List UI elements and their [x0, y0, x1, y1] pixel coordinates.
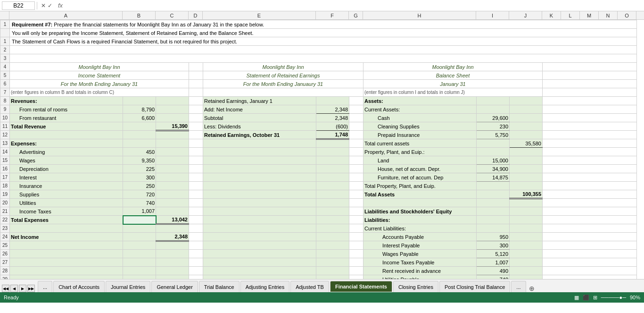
tab-nav-first[interactable]: ◀◀: [2, 285, 9, 292]
tab-ellipsis-left[interactable]: ...: [38, 281, 52, 292]
confirm-icon[interactable]: ✓: [48, 2, 52, 9]
advertising-label: Advertising: [10, 148, 123, 156]
col-header-n[interactable]: N: [599, 11, 618, 19]
total-assets-label: Total Assets: [363, 190, 477, 199]
utpay-amount: 740: [477, 275, 510, 279]
empty-14j: [510, 148, 543, 156]
empty-11k: [543, 122, 637, 131]
col-header-f[interactable]: F: [316, 11, 349, 19]
tab-closing-entries[interactable]: Closing Entries: [393, 281, 438, 292]
col-header-e[interactable]: E: [203, 11, 316, 19]
empty-13g: [349, 139, 363, 148]
total-expenses-val: 13,042: [156, 216, 189, 224]
house-label: House, net of accum. Depr.: [363, 165, 477, 173]
income-taxes-label: Income Taxes: [10, 207, 123, 216]
col-header-i[interactable]: I: [476, 11, 509, 19]
table-row: 7 (enter figures in column B and totals …: [0, 88, 637, 97]
empty-27j: [510, 258, 543, 267]
empty-28k: [543, 267, 637, 275]
cell-reference[interactable]: B22: [2, 1, 35, 10]
row-num-22: 22: [0, 216, 10, 224]
tab-ellipsis-right[interactable]: ...: [511, 281, 526, 292]
empty-25f: [316, 241, 349, 250]
tab-financial-statements[interactable]: Financial Statements: [330, 281, 392, 292]
col-header-k[interactable]: K: [542, 11, 561, 19]
status-bar: Ready ▦ ⬛ ⊞ ─────●─ 90%: [0, 292, 644, 303]
table-row: 15 Wages 9,350 Land 15,000: [0, 156, 637, 165]
revenues-label: Revenues:: [10, 97, 123, 105]
col-header-c[interactable]: C: [156, 11, 189, 19]
tab-adjusted-tb[interactable]: Adjusted TB: [290, 281, 329, 292]
total-expenses-b-selected[interactable]: [123, 216, 156, 224]
view-page-icon[interactable]: ⊞: [593, 295, 597, 301]
empty-27f: [316, 258, 349, 267]
wp-label: Wages Payable: [363, 250, 477, 258]
col-header-o[interactable]: O: [618, 11, 636, 19]
empty-9k: [543, 105, 637, 114]
empty-row2: [10, 46, 637, 54]
tab-general-ledger[interactable]: General Ledger: [151, 281, 198, 292]
fx-label: fx: [56, 2, 65, 9]
col-header-j[interactable]: J: [509, 11, 542, 19]
empty-23a: [10, 224, 123, 233]
empty-18g: [349, 182, 363, 190]
row-num-17: 17: [0, 173, 10, 182]
zoom-level: 90%: [630, 295, 640, 300]
empty-15k: [543, 156, 637, 165]
empty-11g: [349, 122, 363, 131]
empty-24k: [543, 233, 637, 241]
formula-input[interactable]: [66, 2, 642, 9]
col-header-d[interactable]: D: [189, 11, 203, 19]
tab-adjusting-entries[interactable]: Adjusting Entries: [240, 281, 290, 292]
less-dividends-val: (600): [316, 122, 349, 131]
col-header-b[interactable]: B: [123, 11, 156, 19]
wages-label: Wages: [10, 156, 123, 165]
col-header-h[interactable]: H: [363, 11, 476, 19]
col-header-g[interactable]: G: [349, 11, 363, 19]
empty-25g: [349, 241, 363, 250]
empty-20h: [363, 199, 477, 207]
tab-nav-last[interactable]: ▶▶: [27, 285, 35, 292]
wages-amount: 9,350: [123, 156, 156, 165]
empty-16f: [316, 165, 349, 173]
tab-journal-entries[interactable]: Journal Entries: [106, 281, 150, 292]
empty-12k: [543, 131, 637, 139]
tab-nav-prev[interactable]: ◀: [10, 285, 18, 292]
new-sheet-button[interactable]: ⊕: [529, 285, 535, 292]
tab-nav-next[interactable]: ▶: [19, 285, 26, 292]
empty-20k: [543, 199, 637, 207]
empty-13c: [156, 139, 189, 148]
ip-label: Interest Payable: [363, 241, 477, 250]
empty-12g: [349, 131, 363, 139]
col-header-a[interactable]: A: [9, 11, 123, 19]
table-row: 16 Depreciation 225 House, net of accum.…: [0, 165, 637, 173]
table-row: 28 Rent received in advance 490: [0, 267, 637, 275]
empty-26a: [10, 250, 123, 258]
empty-28d: [189, 267, 203, 275]
tab-trial-balance[interactable]: Trial Balance: [199, 281, 239, 292]
col-header-m[interactable]: M: [580, 11, 599, 19]
instruction-row3: The Statement of Cash Flows is a require…: [10, 37, 637, 46]
table-row: 9 From rental of rooms 8,790 Add: Net In…: [0, 105, 637, 114]
empty-20j: [510, 199, 543, 207]
empty-8g: [349, 97, 363, 105]
col-header-l[interactable]: L: [561, 11, 580, 19]
tab-chart-of-accounts[interactable]: Chart of Accounts: [53, 281, 105, 292]
cancel-icon[interactable]: ✕: [41, 2, 46, 9]
view-layout-icon[interactable]: ⬛: [583, 295, 589, 301]
zoom-slider[interactable]: ─────●─: [601, 295, 626, 300]
empty-8j: [510, 97, 543, 105]
cleaning-supplies-label: Cleaning Supplies: [363, 122, 477, 131]
row-num-24: 24: [0, 233, 10, 241]
row-num-4: 4: [0, 63, 10, 71]
row-num-13: 13: [0, 139, 10, 148]
empty-9i: [477, 105, 510, 114]
table-row: 14 Advertising 450 Property, Plant, and …: [0, 148, 637, 156]
tab-post-closing-trial-balance[interactable]: Post Closing Trial Balance: [439, 281, 510, 292]
insurance-label: Insurance: [10, 182, 123, 190]
view-normal-icon[interactable]: ▦: [574, 295, 579, 301]
table-row: 12 Retained Earnings, October 31 1,748 P…: [0, 131, 637, 139]
empty-24b: [123, 233, 156, 241]
subtotal-val: 2,348: [316, 114, 349, 122]
empty-22d: [189, 216, 203, 224]
